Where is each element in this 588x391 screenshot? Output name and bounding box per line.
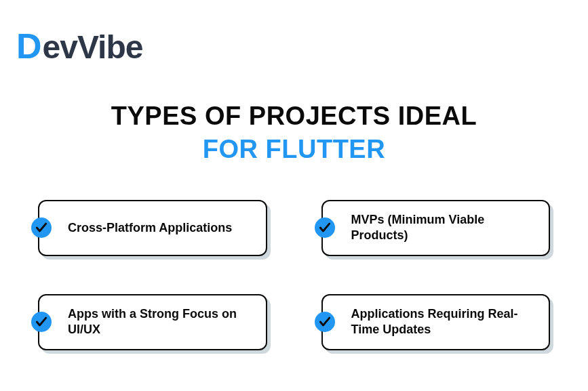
- check-icon: [31, 312, 52, 332]
- check-icon: [315, 312, 335, 332]
- card-label: Cross-Platform Applications: [68, 220, 232, 236]
- logo-text: evVibe: [43, 28, 143, 66]
- card-label: MVPs (Minimum Viable Products): [351, 212, 537, 244]
- cards-grid: Cross-Platform Applications MVPs (Minimu…: [38, 200, 550, 350]
- logo-accent-letter: D: [16, 26, 41, 66]
- check-icon: [315, 218, 335, 238]
- card-label: Apps with a Strong Focus on UI/UX: [68, 306, 254, 338]
- heading-line-1: TYPES OF PROJECTS IDEAL: [0, 102, 588, 131]
- card-label: Applications Requiring Real-Time Updates: [351, 306, 537, 338]
- card-mvps: MVPs (Minimum Viable Products): [321, 200, 551, 256]
- card-realtime: Applications Requiring Real-Time Updates: [321, 294, 551, 350]
- page-heading: TYPES OF PROJECTS IDEAL FOR FLUTTER: [0, 102, 588, 164]
- heading-line-2: FOR FLUTTER: [0, 135, 588, 164]
- logo: DevVibe: [16, 26, 142, 66]
- check-icon: [31, 218, 52, 238]
- card-cross-platform: Cross-Platform Applications: [38, 200, 267, 256]
- card-ui-ux: Apps with a Strong Focus on UI/UX: [38, 294, 267, 350]
